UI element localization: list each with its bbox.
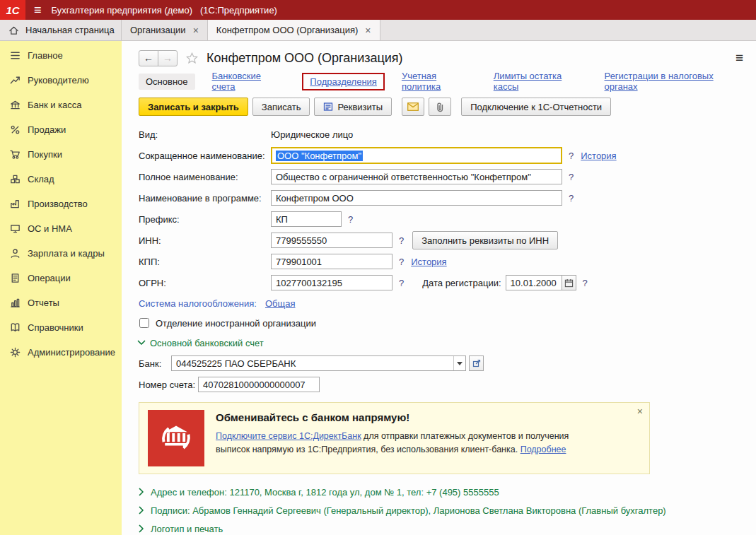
sidebar-item-label: Зарплата и кадры [28,248,105,259]
bank-exchange-icon [148,410,204,466]
chevron-right-icon [139,506,144,515]
sidebar-item-production[interactable]: Производство [0,192,122,216]
sidebar-item-sales[interactable]: Продажи [0,117,122,142]
sidebar-item-label: Руководителю [28,75,89,86]
inn-input[interactable] [271,233,392,248]
kpp-history-link[interactable]: История [411,257,446,267]
sidebar-item-payroll-hr[interactable]: Зарплата и кадры [0,241,122,266]
short-name-history-link[interactable]: История [581,151,616,161]
connect-1c-reporting-button[interactable]: Подключение к 1С-Отчетности [461,98,611,116]
sidebar-item-reports[interactable]: Отчеты [0,290,122,315]
sidebar-item-bank-cash[interactable]: Банк и касса [0,93,122,117]
tax-system-row: Система налогообложения: Общая [139,293,746,313]
banner-more-link[interactable]: Подробнее [521,445,566,454]
logo-stamp-section-toggle[interactable]: Логотип и печать [139,519,746,535]
help-icon[interactable]: ? [399,257,404,267]
favorite-star-icon[interactable] [186,52,198,64]
sidebar-item-label: Справочники [28,322,83,333]
send-email-button[interactable] [402,98,424,116]
paperclip-icon [435,102,445,112]
sidebar-item-fixed-assets[interactable]: ОС и НМА [0,216,122,241]
banner-body: Обменивайтесь с банком напрямую! Подключ… [216,410,569,466]
account-number-input[interactable] [198,377,320,392]
tab-label: Конфетпром ООО (Организация) [216,25,359,35]
short-name-input[interactable]: ООО "Конфетпром" [271,147,562,164]
sidebar-item-purchases[interactable]: Покупки [0,142,122,167]
prefix-input[interactable] [271,211,342,227]
sections-sidebar: Главное Руководителю Банк и касса Продаж… [0,41,122,535]
back-button[interactable]: ← [139,50,158,66]
main-list-icon [8,49,21,62]
full-name-input[interactable] [271,169,562,184]
calendar-icon[interactable] [562,275,576,290]
directbank-service-link[interactable]: Подключите сервис 1С:ДиректБанк [216,431,361,441]
close-icon[interactable]: × [193,25,199,35]
bank-icon [8,99,21,112]
nav-tab-bank-accounts[interactable]: Банковские счета [212,71,286,92]
page-header: ← → Конфетпром ООО (Организация) ≡ [139,47,746,69]
monitor-icon [8,223,21,235]
help-icon[interactable]: ? [569,151,574,161]
open-bank-account-button[interactable] [469,355,484,371]
tab-organizations[interactable]: Организации × [122,20,208,40]
account-number-row: Номер счета: [139,374,746,395]
ogrn-row: ОГРН: ? Дата регистрации: ? [139,272,746,293]
nav-tab-main[interactable]: Основное [139,74,195,90]
help-icon[interactable]: ? [348,214,353,225]
tax-system-link[interactable]: Общая [265,298,296,309]
banner-close-icon[interactable]: × [637,406,643,417]
help-icon[interactable]: ? [399,278,404,288]
more-menu-icon[interactable]: ≡ [735,50,743,66]
sidebar-item-main[interactable]: Главное [0,43,122,68]
sidebar-item-warehouse[interactable]: Склад [0,167,122,192]
ogrn-input[interactable] [271,275,392,290]
banner-text-line1: для отправки платежных документов и полу… [361,431,569,441]
tax-system-label: Система налогообложения: [139,298,257,309]
tab-konfetprom[interactable]: Конфетпром ООО (Организация) × [208,20,380,40]
nav-tab-departments[interactable]: Подразделения [310,76,377,87]
bank-combobox[interactable]: 044525225 ПАО СБЕРБАНК [171,355,466,371]
requisites-button[interactable]: Реквизиты [314,98,392,116]
help-icon[interactable]: ? [569,193,574,204]
sidebar-item-references[interactable]: Справочники [0,315,122,340]
directbank-banner: Обменивайтесь с банком напрямую! Подключ… [139,402,650,474]
attachments-button[interactable] [429,98,451,116]
banner-text-line2: выписок напрямую из 1С:Предприятия, без … [216,445,521,454]
nav-tab-accounting-policy[interactable]: Учетная политика [402,71,477,92]
signatures-section-toggle[interactable]: Подписи: Абрамов Геннадий Сергеевич (Ген… [139,501,746,519]
help-icon[interactable]: ? [583,278,588,288]
forward-button[interactable]: → [158,50,178,66]
nav-tab-cash-limits[interactable]: Лимиты остатка кассы [494,71,588,92]
requisites-label: Реквизиты [337,102,383,112]
kpp-row: КПП: ? История [139,251,746,272]
open-windows-tabbar: Начальная страница Организации × Конфетп… [0,20,756,41]
tab-home[interactable]: Начальная страница [0,20,122,40]
requisites-form-icon [323,102,333,112]
reg-date-input[interactable] [506,275,562,290]
app-name-input[interactable] [271,190,562,206]
nav-tab-tax-registrations[interactable]: Регистрации в налоговых органах [605,71,746,92]
sidebar-item-administration[interactable]: Администрирование [0,340,122,365]
help-icon[interactable]: ? [399,235,404,246]
sidebar-item-manager[interactable]: Руководителю [0,68,122,93]
help-icon[interactable]: ? [569,172,574,182]
tab-label: Организации [130,25,186,35]
close-icon[interactable]: × [365,25,371,35]
sidebar-item-operations[interactable]: Операции [0,266,122,290]
main-menu-burger-icon[interactable]: ≡ [34,4,42,16]
kind-label: Вид: [139,129,271,140]
save-button[interactable]: Записать [252,98,310,116]
kpp-input[interactable] [271,254,392,269]
app-window: 1С ≡ Бухгалтерия предприятия (демо) (1С:… [0,0,756,535]
organization-card: ← → Конфетпром ООО (Организация) ≡ Основ… [122,41,756,535]
document-icon [8,272,21,285]
ogrn-label: ОГРН: [139,278,271,288]
prefix-row: Префикс: ? [139,208,746,230]
save-and-close-button[interactable]: Записать и закрыть [139,98,248,116]
app-name-label: Наименование в программе: [139,193,271,204]
fill-by-inn-button[interactable]: Заполнить реквизиты по ИНН [412,231,558,249]
address-phone-section-toggle[interactable]: Адрес и телефон: 121170, Москва г, 1812 … [139,483,746,501]
bank-account-section-toggle[interactable]: Основной банковский счет [139,333,746,353]
foreign-branch-checkbox[interactable] [139,318,149,328]
dropdown-caret-icon[interactable] [453,356,465,370]
